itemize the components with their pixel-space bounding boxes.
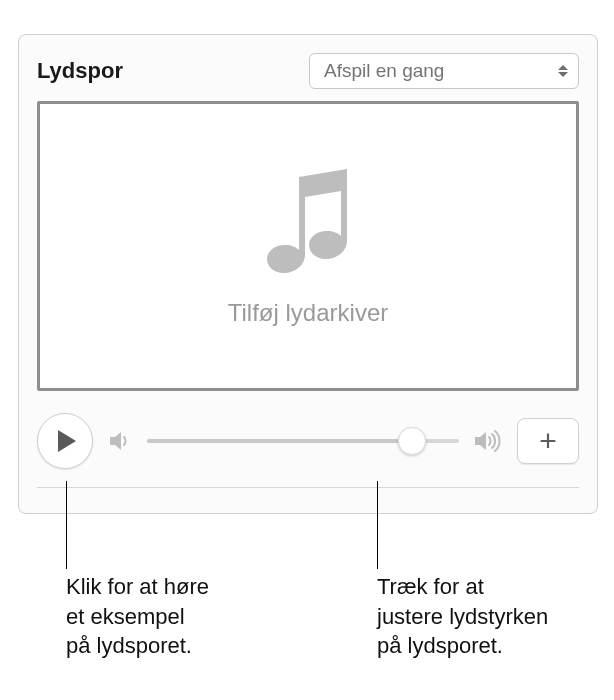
music-note-icon <box>263 165 353 279</box>
audio-dropzone[interactable]: Tilføj lydarkiver <box>37 101 579 391</box>
audio-controls: + <box>37 413 579 469</box>
callout-volume-text: Træk for at justere lydstyrken på lydspo… <box>377 572 614 661</box>
stepper-arrows-icon <box>558 65 568 77</box>
play-button[interactable] <box>37 413 93 469</box>
playback-mode-label: Afspil en gang <box>324 60 444 82</box>
divider <box>37 487 579 488</box>
callout-line-volume <box>377 481 378 569</box>
volume-slider-fill <box>147 439 412 443</box>
dropzone-label: Tilføj lydarkiver <box>228 299 388 327</box>
callout-line-play <box>66 481 67 569</box>
soundtrack-panel: Lydspor Afspil en gang Tilføj lydarkiver <box>18 34 598 514</box>
play-icon <box>58 430 76 452</box>
panel-header: Lydspor Afspil en gang <box>37 53 579 89</box>
plus-icon: + <box>539 424 557 458</box>
volume-slider[interactable] <box>147 413 459 469</box>
playback-mode-select[interactable]: Afspil en gang <box>309 53 579 89</box>
volume-low-icon <box>107 428 133 454</box>
add-audio-button[interactable]: + <box>517 418 579 464</box>
volume-high-icon <box>473 428 503 454</box>
callout-play-text: Klik for at høre et eksempel på lydspore… <box>66 572 316 661</box>
volume-slider-thumb[interactable] <box>398 427 426 455</box>
panel-title: Lydspor <box>37 58 123 84</box>
